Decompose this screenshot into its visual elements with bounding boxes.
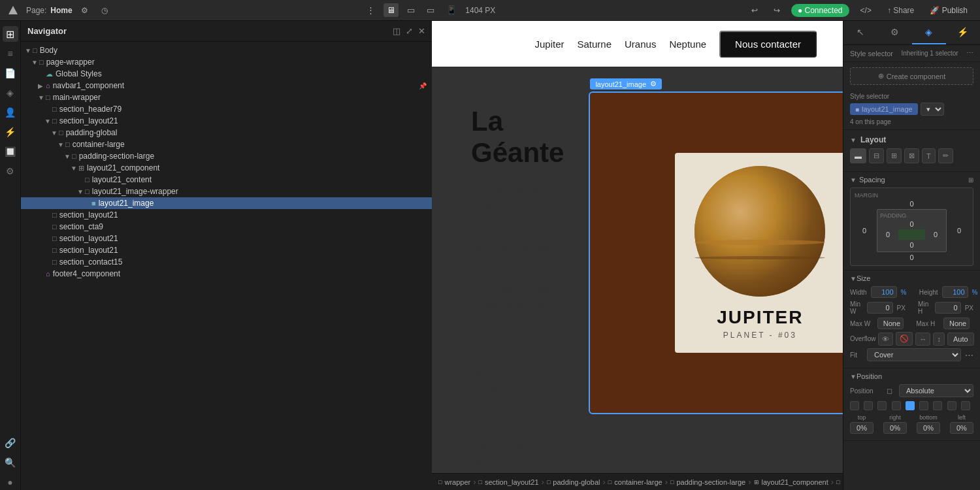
tree-toggle-l21c[interactable]: ▼ [71, 165, 78, 172]
display-btn-flex-row[interactable]: ⊟ [869, 148, 884, 163]
pos-dot-bl[interactable] [933, 401, 942, 410]
breadcrumb-item-psl[interactable]: □ padding-section-large [670, 478, 745, 486]
nav-link-saturne[interactable]: Saturne [577, 39, 612, 50]
margin-right-input[interactable] [949, 227, 969, 235]
spacing-more-btn[interactable]: ⊞ [968, 176, 973, 184]
minw-input[interactable] [867, 302, 893, 314]
right-tab-style[interactable]: ◈ [912, 21, 946, 44]
tree-padding-global[interactable]: ▼ □ padding-global [21, 127, 432, 139]
redo-btn[interactable]: ↪ [769, 4, 785, 17]
pos-dot-br[interactable] [961, 401, 970, 410]
image-panel[interactable]: JUPITER PLANET - #03 [590, 93, 843, 413]
breadcrumb-item-cl[interactable]: □ container-large [608, 478, 662, 486]
right-tab-settings[interactable]: ⚙ [877, 21, 911, 44]
breadcrumb-item-pg[interactable]: □ padding-global [547, 478, 600, 486]
padding-bottom-input[interactable] [904, 241, 920, 249]
left-icon-settings[interactable]: ⚙ [3, 163, 18, 179]
display-btn-text[interactable]: T [922, 148, 936, 163]
display-btn-grid[interactable]: ⊠ [904, 148, 919, 163]
tree-toggle-psl[interactable]: ▼ [64, 153, 72, 160]
pos-dot-bm[interactable] [947, 401, 956, 410]
offset-top-input[interactable] [850, 422, 874, 434]
margin-left-input[interactable] [855, 227, 874, 235]
device-desktop-btn[interactable]: 🖥 [384, 3, 399, 17]
left-icon-apps[interactable]: 🔲 [3, 144, 18, 159]
tree-toggle-sl1[interactable]: ▼ [44, 118, 52, 125]
navigator-dock-btn[interactable]: ◫ [393, 26, 400, 36]
nav-cta-btn[interactable]: Nous contacter [719, 31, 817, 57]
create-component-btn[interactable]: ⊕ Create component [850, 67, 973, 85]
pos-dot-ml[interactable] [892, 401, 901, 410]
height-input[interactable] [942, 286, 968, 298]
tree-section-layout21-1[interactable]: ▼ □ section_layout21 [21, 115, 432, 127]
left-icon-layers[interactable]: 📄 [3, 65, 18, 81]
breadcrumb-item-l21iw[interactable]: □ layout21_image-wrapper [836, 478, 843, 486]
device-mobile-btn[interactable]: 📱 [443, 3, 460, 17]
maxw-input[interactable] [877, 318, 904, 329]
tree-layout21-image-wrapper[interactable]: ▼ □ layout21_image-wrapper [21, 186, 432, 197]
tree-section-layout21-2[interactable]: □ section_layout21 [21, 209, 432, 221]
selected-element-gear-icon[interactable]: ⚙ [650, 80, 657, 88]
overflow-hidden-btn[interactable]: 🚫 [896, 332, 913, 346]
overflow-scroll-h-btn[interactable]: ↔ [915, 333, 930, 346]
nav-link-jupiter[interactable]: Jupiter [534, 39, 564, 50]
tree-body[interactable]: ▼ □ Body [21, 44, 432, 56]
device-tablet2-btn[interactable]: ▭ [423, 3, 438, 17]
width-input[interactable] [871, 286, 897, 298]
connected-btn[interactable]: ● Connected [791, 4, 849, 17]
page-settings-btn[interactable]: ⚙ [76, 4, 93, 17]
tree-toggle-pw[interactable]: ▼ [31, 59, 39, 66]
tree-section-cta9[interactable]: □ section_cta9 [21, 221, 432, 233]
code-btn[interactable]: </> [856, 4, 876, 17]
spacing-arrow[interactable]: ▼ [850, 176, 857, 184]
style-more-btn[interactable]: ⋯ [966, 49, 973, 57]
navigator-expand-btn[interactable]: ⤢ [406, 26, 413, 36]
nav-link-uranus[interactable]: Uranus [625, 39, 656, 50]
tree-layout21-component[interactable]: ▼ ⊞ layout21_component [21, 162, 432, 174]
breadcrumb-item-wrapper[interactable]: □ wrapper [438, 478, 470, 486]
padding-top-input[interactable] [904, 220, 920, 228]
padding-right-inner-input[interactable] [928, 231, 943, 238]
pos-dot-mm[interactable] [906, 401, 915, 410]
left-icon-components[interactable]: ◈ [3, 85, 18, 101]
tree-toggle-n1[interactable]: ▶ [38, 82, 46, 90]
tree-main-wrapper[interactable]: ▼ □ main-wrapper [21, 91, 432, 103]
undo-btn[interactable]: ↩ [747, 4, 762, 17]
tree-navbar1[interactable]: ▶ ⌂ navbar1_component 📌 [21, 80, 432, 91]
left-icon-cms[interactable]: ⚡ [3, 124, 18, 140]
tree-toggle-pg[interactable]: ▼ [51, 129, 59, 137]
overflow-visible-btn[interactable]: 👁 [878, 333, 893, 346]
left-icon-tools[interactable]: 🔗 [3, 435, 18, 451]
margin-top-input[interactable] [902, 200, 922, 208]
right-tab-cursor[interactable]: ↖ [843, 21, 877, 44]
tree-section-layout21-3[interactable]: □ section_layout21 [21, 233, 432, 244]
right-tab-animate[interactable]: ⚡ [946, 21, 980, 44]
tree-layout21-image[interactable]: ■ layout21_image [21, 197, 432, 209]
size-arrow[interactable]: ▼ [850, 275, 857, 282]
tree-toggle-mw[interactable]: ▼ [38, 94, 46, 101]
left-icon-navigator[interactable]: ⊞ [3, 26, 18, 42]
tree-toggle-body[interactable]: ▼ [25, 47, 33, 54]
tree-toggle-cl[interactable]: ▼ [57, 141, 65, 148]
tree-section-layout21-4[interactable]: □ section_layout21 [21, 244, 432, 256]
page-history-btn[interactable]: ◷ [97, 4, 112, 17]
overflow-scroll-v-btn[interactable]: ↕ [933, 333, 945, 346]
fit-more-icon[interactable]: ⋯ [965, 350, 973, 360]
pos-dot-mr[interactable] [919, 401, 928, 410]
display-btn-block[interactable]: ▬ [850, 148, 866, 163]
pos-dot-tm[interactable] [864, 401, 873, 410]
tree-section-contact15[interactable]: □ section_contact15 [21, 256, 432, 268]
layout-arrow[interactable]: ▼ [850, 137, 857, 144]
tree-global-styles[interactable]: ☁ Global Styles [21, 68, 432, 80]
style-chip[interactable]: ■ layout21_image [850, 103, 918, 115]
margin-bottom-input[interactable] [902, 253, 922, 261]
position-arrow[interactable]: ▼ [850, 373, 857, 380]
pos-dot-tr[interactable] [877, 401, 887, 410]
nav-link-neptune[interactable]: Neptune [669, 39, 706, 50]
tree-layout21-content[interactable]: □ layout21_content [21, 174, 432, 186]
share-btn[interactable]: ↑ Share [883, 4, 919, 17]
tree-toggle-l21iw[interactable]: ▼ [77, 188, 85, 195]
breadcrumb-item-sl21[interactable]: □ section_layout21 [479, 478, 539, 486]
pos-dot-tl[interactable] [850, 401, 859, 410]
tree-page-wrapper[interactable]: ▼ □ page-wrapper [21, 56, 432, 68]
